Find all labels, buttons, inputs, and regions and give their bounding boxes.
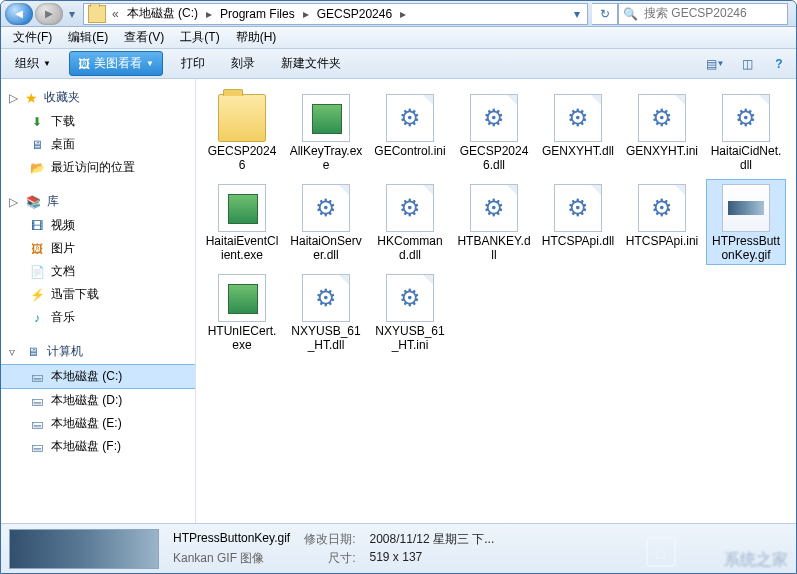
dll-icon bbox=[470, 184, 518, 232]
file-item[interactable]: HTBANKEY.dll bbox=[454, 179, 534, 265]
file-name: NXYUSB_61_HT.ini bbox=[373, 324, 447, 352]
sidebar-item-drive-f[interactable]: 🖴本地磁盘 (F:) bbox=[1, 435, 195, 458]
dll-icon bbox=[554, 94, 602, 142]
file-name: HTCSPApi.ini bbox=[625, 234, 699, 248]
file-name: HTCSPApi.dll bbox=[541, 234, 615, 248]
new-folder-button[interactable]: 新建文件夹 bbox=[273, 52, 349, 75]
view-options-button[interactable]: ▤ ▼ bbox=[704, 53, 726, 75]
menu-view[interactable]: 查看(V) bbox=[118, 27, 170, 48]
file-name: HKCommand.dll bbox=[373, 234, 447, 262]
file-name: GENXYHT.dll bbox=[541, 144, 615, 158]
menu-tools[interactable]: 工具(T) bbox=[174, 27, 225, 48]
status-bar: HTPressButtonKey.gif 修改日期: 2008/11/12 星期… bbox=[1, 523, 796, 573]
sidebar-item-desktop[interactable]: 🖥桌面 bbox=[1, 133, 195, 156]
sidebar-item-music[interactable]: ♪音乐 bbox=[1, 306, 195, 329]
sidebar-item-recent[interactable]: 📂最近访问的位置 bbox=[1, 156, 195, 179]
file-name: NXYUSB_61_HT.dll bbox=[289, 324, 363, 352]
print-button[interactable]: 打印 bbox=[173, 52, 213, 75]
file-name: AllKeyTray.exe bbox=[289, 144, 363, 172]
sidebar: ▷★收藏夹 ⬇下载 🖥桌面 📂最近访问的位置 ▷📚库 🎞视频 🖼图片 📄文档 ⚡… bbox=[1, 79, 196, 523]
file-item[interactable]: HaitaiCidNet.dll bbox=[706, 89, 786, 175]
organize-button[interactable]: 组织 ▼ bbox=[7, 52, 59, 75]
file-name: GENXYHT.ini bbox=[625, 144, 699, 158]
menu-edit[interactable]: 编辑(E) bbox=[62, 27, 114, 48]
file-name: GECSP20246 bbox=[205, 144, 279, 172]
file-item[interactable]: HaitaiOnServer.dll bbox=[286, 179, 366, 265]
file-item[interactable]: HTCSPApi.ini bbox=[622, 179, 702, 265]
breadcrumb-item[interactable]: 本地磁盘 (C:) bbox=[121, 4, 204, 24]
file-item[interactable]: NXYUSB_61_HT.dll bbox=[286, 269, 366, 355]
titlebar: ◄ ► ▾ « 本地磁盘 (C:) ▸ Program Files ▸ GECS… bbox=[1, 1, 796, 27]
breadcrumb[interactable]: « 本地磁盘 (C:) ▸ Program Files ▸ GECSP20246… bbox=[83, 3, 588, 25]
file-item[interactable]: GEControl.ini bbox=[370, 89, 450, 175]
exe-icon bbox=[302, 94, 350, 142]
exe-icon bbox=[218, 184, 266, 232]
menu-file[interactable]: 文件(F) bbox=[7, 27, 58, 48]
sidebar-item-drive-e[interactable]: 🖴本地磁盘 (E:) bbox=[1, 412, 195, 435]
refresh-button[interactable]: ↻ bbox=[592, 3, 618, 25]
favorites-header[interactable]: ▷★收藏夹 bbox=[1, 85, 195, 110]
file-item[interactable]: GENXYHT.dll bbox=[538, 89, 618, 175]
file-name: GECSP20246.dll bbox=[457, 144, 531, 172]
watermark-text: 系统之家 bbox=[724, 550, 788, 571]
file-item[interactable]: HaitaiEventClient.exe bbox=[202, 179, 282, 265]
sidebar-item-downloads[interactable]: ⬇下载 bbox=[1, 110, 195, 133]
breadcrumb-dropdown[interactable]: ▾ bbox=[567, 7, 587, 21]
nav-forward-button: ► bbox=[35, 3, 63, 25]
file-name: HaitaiEventClient.exe bbox=[205, 234, 279, 262]
sidebar-item-drive-c[interactable]: 🖴本地磁盘 (C:) bbox=[1, 364, 195, 389]
breadcrumb-overflow[interactable]: « bbox=[110, 7, 121, 21]
file-item[interactable]: GECSP20246.dll bbox=[454, 89, 534, 175]
file-list[interactable]: GECSP20246AllKeyTray.exeGEControl.iniGEC… bbox=[196, 79, 796, 523]
meitu-button[interactable]: 🖼美图看看 ▼ bbox=[69, 51, 163, 76]
file-item[interactable]: GENXYHT.ini bbox=[622, 89, 702, 175]
file-item[interactable]: HTCSPApi.dll bbox=[538, 179, 618, 265]
exe-icon bbox=[218, 274, 266, 322]
preview-thumbnail bbox=[9, 529, 159, 569]
computer-header[interactable]: ▿🖥计算机 bbox=[1, 339, 195, 364]
gif-icon bbox=[722, 184, 770, 232]
file-item[interactable]: AllKeyTray.exe bbox=[286, 89, 366, 175]
file-item[interactable]: HKCommand.dll bbox=[370, 179, 450, 265]
breadcrumb-item[interactable]: GECSP20246 bbox=[311, 4, 398, 24]
file-item[interactable]: NXYUSB_61_HT.ini bbox=[370, 269, 450, 355]
search-input[interactable]: 🔍 搜索 GECSP20246 bbox=[618, 3, 788, 25]
dll-icon bbox=[470, 94, 518, 142]
dll-icon bbox=[386, 184, 434, 232]
file-name: GEControl.ini bbox=[373, 144, 447, 158]
menubar: 文件(F) 编辑(E) 查看(V) 工具(T) 帮助(H) bbox=[1, 27, 796, 49]
file-item[interactable]: HTPressButtonKey.gif bbox=[706, 179, 786, 265]
nav-back-button[interactable]: ◄ bbox=[5, 3, 33, 25]
libraries-header[interactable]: ▷📚库 bbox=[1, 189, 195, 214]
preview-pane-button[interactable]: ◫ bbox=[736, 53, 758, 75]
sidebar-item-thunder[interactable]: ⚡迅雷下载 bbox=[1, 283, 195, 306]
search-icon: 🔍 bbox=[619, 7, 642, 21]
ini-icon bbox=[638, 184, 686, 232]
help-button[interactable]: ? bbox=[768, 53, 790, 75]
watermark-icon bbox=[646, 537, 676, 567]
dll-icon bbox=[302, 274, 350, 322]
menu-help[interactable]: 帮助(H) bbox=[230, 27, 283, 48]
file-item[interactable]: GECSP20246 bbox=[202, 89, 282, 175]
folder-icon bbox=[218, 94, 266, 142]
ini-icon bbox=[386, 274, 434, 322]
burn-button[interactable]: 刻录 bbox=[223, 52, 263, 75]
file-name: HTBANKEY.dll bbox=[457, 234, 531, 262]
folder-icon bbox=[88, 5, 106, 23]
file-name: HTUnIECert.exe bbox=[205, 324, 279, 352]
file-name: HaitaiCidNet.dll bbox=[709, 144, 783, 172]
sidebar-item-drive-d[interactable]: 🖴本地磁盘 (D:) bbox=[1, 389, 195, 412]
file-name: HTPressButtonKey.gif bbox=[709, 234, 783, 262]
dll-icon bbox=[302, 184, 350, 232]
breadcrumb-item[interactable]: Program Files bbox=[214, 4, 301, 24]
sidebar-item-videos[interactable]: 🎞视频 bbox=[1, 214, 195, 237]
file-item[interactable]: HTUnIECert.exe bbox=[202, 269, 282, 355]
sidebar-item-pictures[interactable]: 🖼图片 bbox=[1, 237, 195, 260]
toolbar: 组织 ▼ 🖼美图看看 ▼ 打印 刻录 新建文件夹 ▤ ▼ ◫ ? bbox=[1, 49, 796, 79]
sidebar-item-documents[interactable]: 📄文档 bbox=[1, 260, 195, 283]
dll-icon bbox=[722, 94, 770, 142]
nav-history-dropdown[interactable]: ▾ bbox=[65, 7, 79, 21]
status-filetype: Kankan GIF 图像 bbox=[173, 550, 290, 567]
dll-icon bbox=[554, 184, 602, 232]
ini-icon bbox=[386, 94, 434, 142]
